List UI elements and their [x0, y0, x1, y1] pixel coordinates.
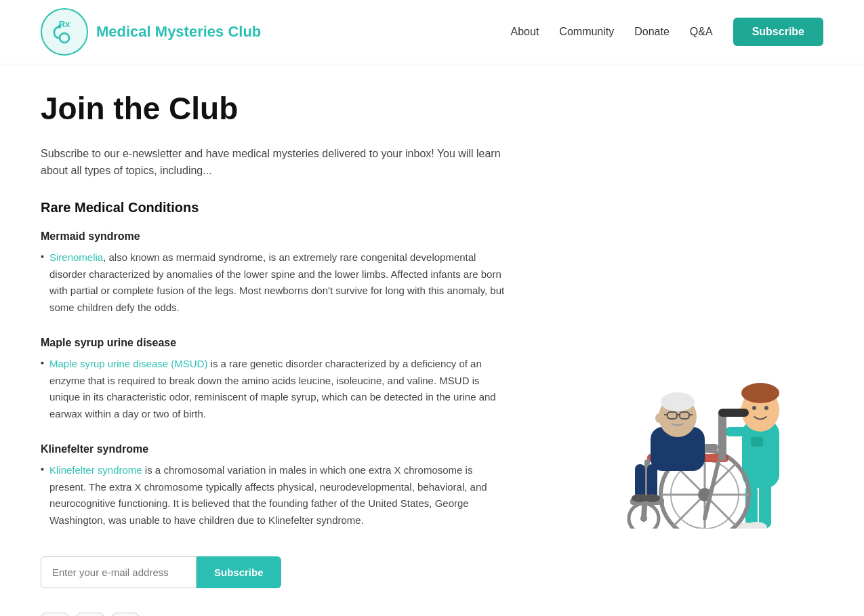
condition-link-klinefelter[interactable]: Klinefelter syndrome — [49, 464, 142, 476]
condition-text-mermaid: Sirenomelia, also known as mermaid syndr… — [49, 249, 512, 316]
svg-rect-4 — [759, 481, 771, 529]
svg-rect-11 — [725, 427, 749, 436]
main-content: Join the Club Subscribe to our e-newslet… — [0, 64, 864, 616]
svg-point-13 — [764, 406, 768, 410]
condition-text-klinefelter: Klinefelter syndrome is a chromosomal va… — [49, 462, 512, 529]
wheelchair-illustration — [539, 244, 823, 529]
condition-item-maple: ▪ Maple syrup urine disease (MSUD) is a … — [41, 356, 512, 423]
svg-rect-45 — [654, 451, 698, 459]
svg-rect-31 — [718, 409, 749, 417]
condition-item-klinefelter: ▪ Klinefelter syndrome is a chromosomal … — [41, 462, 512, 529]
svg-point-10 — [741, 383, 779, 403]
condition-name-klinefelter: Klinefelter syndrome — [41, 443, 512, 455]
svg-point-38 — [661, 392, 695, 411]
condition-name-mermaid: Mermaid syndrome — [41, 230, 512, 243]
svg-point-44 — [655, 413, 662, 423]
site-header: Rx Medical Mysteries Club About Communit… — [0, 0, 864, 64]
nav-community[interactable]: Community — [559, 26, 614, 38]
svg-point-12 — [752, 406, 756, 410]
svg-point-3 — [58, 25, 62, 28]
bullet-mermaid: ▪ — [41, 251, 44, 262]
svg-point-0 — [41, 9, 87, 55]
condition-maple: Maple syrup urine disease ▪ Maple syrup … — [41, 337, 512, 423]
logo-area: Rx Medical Mysteries Club — [41, 8, 261, 56]
nav-donate[interactable]: Donate — [634, 26, 670, 38]
email-input[interactable] — [41, 556, 197, 588]
condition-link-mermaid[interactable]: Sirenomelia — [49, 251, 103, 263]
email-subscribe-button[interactable]: Subscribe — [197, 556, 281, 588]
condition-item-mermaid: ▪ Sirenomelia, also known as mermaid syn… — [41, 249, 512, 316]
page-title: Join the Club — [41, 91, 512, 126]
condition-link-maple[interactable]: Maple syrup urine disease (MSUD) — [49, 358, 207, 369]
svg-point-35 — [644, 494, 660, 502]
svg-rect-33 — [647, 464, 657, 498]
svg-rect-15 — [751, 437, 763, 447]
site-title[interactable]: Medical Mysteries Club — [96, 23, 261, 41]
nav-qa[interactable]: Q&A — [690, 26, 713, 38]
social-row — [41, 613, 512, 616]
condition-klinefelter: Klinefelter syndrome ▪ Klinefelter syndr… — [41, 443, 512, 529]
twitch-icon[interactable] — [76, 613, 104, 616]
svg-rect-26 — [718, 410, 726, 461]
illustration-area — [539, 91, 823, 616]
condition-desc-mermaid: , also known as mermaid syndrome, is an … — [49, 251, 504, 313]
main-nav: About Community Donate Q&A Subscribe — [511, 18, 823, 46]
section-heading: Rare Medical Conditions — [41, 200, 512, 215]
bullet-klinefelter: ▪ — [41, 464, 44, 474]
content-area: Join the Club Subscribe to our e-newslet… — [41, 91, 512, 616]
site-logo: Rx — [41, 8, 88, 56]
instagram-icon[interactable] — [111, 613, 140, 616]
condition-text-maple: Maple syrup urine disease (MSUD) is a ra… — [49, 356, 512, 423]
svg-rect-32 — [635, 464, 645, 498]
nav-about[interactable]: About — [511, 26, 539, 38]
condition-name-maple: Maple syrup urine disease — [41, 337, 512, 349]
header-subscribe-button[interactable]: Subscribe — [733, 18, 823, 46]
bullet-maple: ▪ — [41, 357, 44, 368]
email-row: Subscribe — [41, 556, 512, 588]
twitter-icon[interactable] — [41, 613, 69, 616]
condition-mermaid: Mermaid syndrome ▪ Sirenomelia, also kno… — [41, 230, 512, 316]
intro-text: Subscribe to our e-newsletter and have m… — [41, 145, 512, 180]
